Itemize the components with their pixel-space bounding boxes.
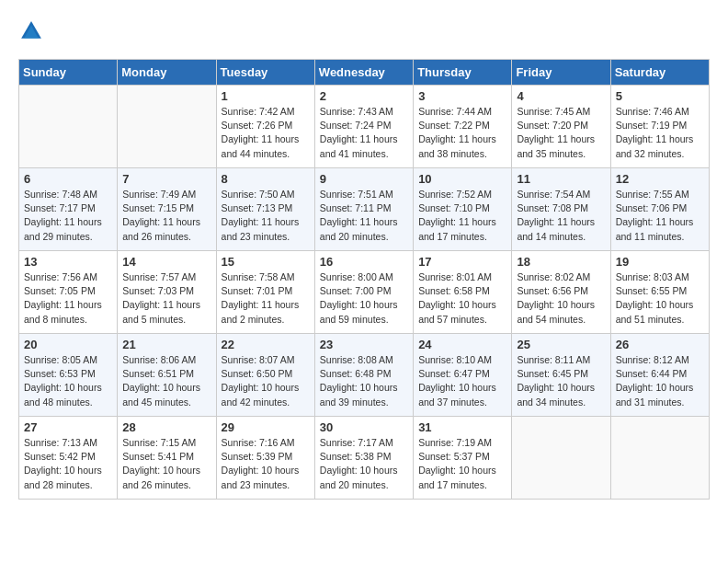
header-day-tuesday: Tuesday — [216, 60, 314, 86]
day-number: 21 — [122, 338, 210, 351]
calendar-cell: 13Sunrise: 7:56 AM Sunset: 7:05 PM Dayli… — [19, 251, 118, 334]
calendar-table: SundayMondayTuesdayWednesdayThursdayFrid… — [18, 59, 710, 500]
calendar-cell: 8Sunrise: 7:50 AM Sunset: 7:13 PM Daylig… — [216, 168, 314, 251]
day-info: Sunrise: 7:16 AM Sunset: 5:39 PM Dayligh… — [222, 436, 310, 492]
calendar-cell: 16Sunrise: 8:00 AM Sunset: 7:00 PM Dayli… — [314, 251, 413, 334]
calendar-cell — [19, 86, 118, 168]
day-info: Sunrise: 7:57 AM Sunset: 7:03 PM Dayligh… — [122, 270, 210, 327]
calendar-cell: 7Sunrise: 7:49 AM Sunset: 7:15 PM Daylig… — [118, 168, 216, 251]
calendar-cell: 3Sunrise: 7:44 AM Sunset: 7:22 PM Daylig… — [414, 86, 512, 168]
day-info: Sunrise: 7:51 AM Sunset: 7:11 PM Dayligh… — [320, 188, 408, 244]
day-number: 18 — [517, 255, 605, 269]
day-number: 30 — [320, 420, 408, 434]
day-info: Sunrise: 7:54 AM Sunset: 7:08 PM Dayligh… — [517, 188, 605, 244]
calendar-cell: 26Sunrise: 8:12 AM Sunset: 6:44 PM Dayli… — [610, 334, 709, 417]
calendar-cell: 12Sunrise: 7:55 AM Sunset: 7:06 PM Dayli… — [610, 168, 709, 251]
day-info: Sunrise: 8:07 AM Sunset: 6:50 PM Dayligh… — [222, 353, 310, 409]
calendar-week-4: 20Sunrise: 8:05 AM Sunset: 6:53 PM Dayli… — [19, 334, 710, 417]
calendar-cell: 21Sunrise: 8:06 AM Sunset: 6:51 PM Dayli… — [118, 334, 216, 417]
day-number: 6 — [24, 172, 112, 186]
header-day-thursday: Thursday — [414, 60, 512, 86]
day-number: 2 — [320, 89, 408, 103]
day-info: Sunrise: 7:42 AM Sunset: 7:26 PM Dayligh… — [222, 105, 310, 161]
day-number: 22 — [222, 338, 310, 351]
day-info: Sunrise: 7:45 AM Sunset: 7:20 PM Dayligh… — [517, 105, 605, 161]
calendar-cell: 24Sunrise: 8:10 AM Sunset: 6:47 PM Dayli… — [414, 334, 512, 417]
calendar-cell: 31Sunrise: 7:19 AM Sunset: 5:37 PM Dayli… — [414, 417, 512, 500]
calendar-cell: 9Sunrise: 7:51 AM Sunset: 7:11 PM Daylig… — [314, 168, 413, 251]
day-number: 26 — [616, 338, 704, 351]
day-number: 5 — [616, 89, 704, 103]
calendar-cell — [610, 417, 709, 500]
day-info: Sunrise: 8:01 AM Sunset: 6:58 PM Dayligh… — [418, 270, 506, 327]
calendar-week-3: 13Sunrise: 7:56 AM Sunset: 7:05 PM Dayli… — [19, 251, 710, 334]
calendar-header: SundayMondayTuesdayWednesdayThursdayFrid… — [19, 60, 710, 86]
day-number: 4 — [517, 89, 605, 103]
day-info: Sunrise: 7:49 AM Sunset: 7:15 PM Dayligh… — [122, 188, 210, 244]
day-number: 13 — [24, 255, 112, 269]
calendar-cell: 28Sunrise: 7:15 AM Sunset: 5:41 PM Dayli… — [118, 417, 216, 500]
calendar-cell: 1Sunrise: 7:42 AM Sunset: 7:26 PM Daylig… — [216, 86, 314, 168]
day-info: Sunrise: 7:56 AM Sunset: 7:05 PM Dayligh… — [24, 270, 112, 327]
calendar-cell: 20Sunrise: 8:05 AM Sunset: 6:53 PM Dayli… — [19, 334, 118, 417]
day-number: 12 — [616, 172, 704, 186]
header-row: SundayMondayTuesdayWednesdayThursdayFrid… — [19, 60, 710, 86]
logo-icon — [18, 18, 44, 44]
header-day-sunday: Sunday — [19, 60, 118, 86]
day-number: 16 — [320, 255, 408, 269]
day-number: 15 — [222, 255, 310, 269]
day-number: 14 — [122, 255, 210, 269]
calendar-cell: 6Sunrise: 7:48 AM Sunset: 7:17 PM Daylig… — [19, 168, 118, 251]
day-info: Sunrise: 8:00 AM Sunset: 7:00 PM Dayligh… — [320, 270, 408, 327]
header-day-friday: Friday — [512, 60, 610, 86]
calendar-week-2: 6Sunrise: 7:48 AM Sunset: 7:17 PM Daylig… — [19, 168, 710, 251]
day-number: 20 — [24, 338, 112, 351]
day-number: 8 — [222, 172, 310, 186]
header-day-monday: Monday — [118, 60, 216, 86]
calendar-cell: 11Sunrise: 7:54 AM Sunset: 7:08 PM Dayli… — [512, 168, 610, 251]
calendar-body: 1Sunrise: 7:42 AM Sunset: 7:26 PM Daylig… — [19, 86, 710, 500]
day-info: Sunrise: 7:58 AM Sunset: 7:01 PM Dayligh… — [222, 270, 310, 327]
day-number: 7 — [122, 172, 210, 186]
calendar-cell: 19Sunrise: 8:03 AM Sunset: 6:55 PM Dayli… — [610, 251, 709, 334]
calendar-cell: 2Sunrise: 7:43 AM Sunset: 7:24 PM Daylig… — [314, 86, 413, 168]
calendar-cell: 4Sunrise: 7:45 AM Sunset: 7:20 PM Daylig… — [512, 86, 610, 168]
calendar-cell: 22Sunrise: 8:07 AM Sunset: 6:50 PM Dayli… — [216, 334, 314, 417]
day-number: 11 — [517, 172, 605, 186]
day-info: Sunrise: 8:06 AM Sunset: 6:51 PM Dayligh… — [122, 353, 210, 409]
day-info: Sunrise: 7:17 AM Sunset: 5:38 PM Dayligh… — [320, 436, 408, 492]
day-number: 3 — [418, 89, 506, 103]
calendar-cell: 25Sunrise: 8:11 AM Sunset: 6:45 PM Dayli… — [512, 334, 610, 417]
calendar-week-1: 1Sunrise: 7:42 AM Sunset: 7:26 PM Daylig… — [19, 86, 710, 168]
day-info: Sunrise: 7:13 AM Sunset: 5:42 PM Dayligh… — [24, 436, 112, 492]
day-info: Sunrise: 7:55 AM Sunset: 7:06 PM Dayligh… — [616, 188, 704, 244]
day-info: Sunrise: 7:43 AM Sunset: 7:24 PM Dayligh… — [320, 105, 408, 161]
day-info: Sunrise: 8:03 AM Sunset: 6:55 PM Dayligh… — [616, 270, 704, 327]
day-info: Sunrise: 8:02 AM Sunset: 6:56 PM Dayligh… — [517, 270, 605, 327]
day-info: Sunrise: 8:05 AM Sunset: 6:53 PM Dayligh… — [24, 353, 112, 409]
day-info: Sunrise: 7:48 AM Sunset: 7:17 PM Dayligh… — [24, 188, 112, 244]
calendar-cell: 14Sunrise: 7:57 AM Sunset: 7:03 PM Dayli… — [118, 251, 216, 334]
calendar-cell: 27Sunrise: 7:13 AM Sunset: 5:42 PM Dayli… — [19, 417, 118, 500]
day-number: 19 — [616, 255, 704, 269]
day-info: Sunrise: 8:08 AM Sunset: 6:48 PM Dayligh… — [320, 353, 408, 409]
calendar-cell — [118, 86, 216, 168]
day-number: 28 — [122, 420, 210, 434]
day-number: 31 — [418, 420, 506, 434]
day-number: 29 — [222, 420, 310, 434]
calendar-cell — [512, 417, 610, 500]
calendar-cell: 10Sunrise: 7:52 AM Sunset: 7:10 PM Dayli… — [414, 168, 512, 251]
day-info: Sunrise: 7:44 AM Sunset: 7:22 PM Dayligh… — [418, 105, 506, 161]
day-info: Sunrise: 7:46 AM Sunset: 7:19 PM Dayligh… — [616, 105, 704, 161]
calendar-cell: 23Sunrise: 8:08 AM Sunset: 6:48 PM Dayli… — [314, 334, 413, 417]
day-info: Sunrise: 7:52 AM Sunset: 7:10 PM Dayligh… — [418, 188, 506, 244]
day-number: 9 — [320, 172, 408, 186]
calendar-cell: 18Sunrise: 8:02 AM Sunset: 6:56 PM Dayli… — [512, 251, 610, 334]
header-day-saturday: Saturday — [610, 60, 709, 86]
day-info: Sunrise: 7:50 AM Sunset: 7:13 PM Dayligh… — [222, 188, 310, 244]
page-header — [18, 18, 710, 44]
day-number: 1 — [222, 89, 310, 103]
calendar-cell: 5Sunrise: 7:46 AM Sunset: 7:19 PM Daylig… — [610, 86, 709, 168]
day-info: Sunrise: 7:19 AM Sunset: 5:37 PM Dayligh… — [418, 436, 506, 492]
calendar-cell: 15Sunrise: 7:58 AM Sunset: 7:01 PM Dayli… — [216, 251, 314, 334]
